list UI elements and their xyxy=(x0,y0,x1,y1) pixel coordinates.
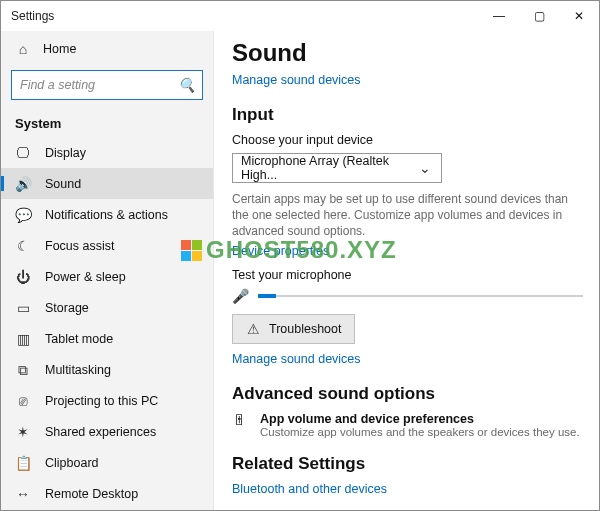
display-icon: 🖵 xyxy=(15,145,31,161)
adv-item-sub: Customize app volumes and the speakers o… xyxy=(260,426,580,438)
page-title: Sound xyxy=(232,39,583,67)
settings-window: Settings — ▢ ✕ ⌂ Home Find a setting 🔍 S… xyxy=(0,0,600,511)
sidebar-home-label: Home xyxy=(43,42,76,56)
sidebar-item-label: Storage xyxy=(45,301,89,315)
sidebar-item-notifications[interactable]: 💬 Notifications & actions xyxy=(1,199,213,230)
focus-assist-icon: ☾ xyxy=(15,238,31,254)
window-controls: — ▢ ✕ xyxy=(479,1,599,31)
troubleshoot-label: Troubleshoot xyxy=(269,322,342,336)
mic-level-meter xyxy=(258,295,583,297)
sidebar-item-label: Sound xyxy=(45,177,81,191)
sidebar-item-storage[interactable]: ▭ Storage xyxy=(1,292,213,323)
warning-icon: ⚠ xyxy=(245,321,261,337)
bluetooth-link[interactable]: Bluetooth and other devices xyxy=(232,482,387,496)
sidebar-item-label: Clipboard xyxy=(45,456,99,470)
sidebar-item-sound[interactable]: 🔊 Sound xyxy=(1,168,213,199)
titlebar: Settings — ▢ ✕ xyxy=(1,1,599,31)
advanced-header: Advanced sound options xyxy=(232,384,583,404)
tablet-icon: ▥ xyxy=(15,331,31,347)
shared-icon: ✶ xyxy=(15,424,31,440)
sidebar-item-projecting[interactable]: ⎚ Projecting to this PC xyxy=(1,386,213,417)
input-header: Input xyxy=(232,105,583,125)
sound-icon: 🔊 xyxy=(15,176,31,192)
sidebar-section-header: System xyxy=(1,110,213,137)
input-device-select[interactable]: Microphone Array (Realtek High... ⌄ xyxy=(232,153,442,183)
search-icon: 🔍 xyxy=(178,77,194,93)
sidebar-item-label: Tablet mode xyxy=(45,332,113,346)
sidebar-item-shared-experiences[interactable]: ✶ Shared experiences xyxy=(1,417,213,448)
adv-item-title: App volume and device preferences xyxy=(260,412,580,426)
clipboard-icon: 📋 xyxy=(15,455,31,471)
sidebar-item-multitasking[interactable]: ⧉ Multitasking xyxy=(1,355,213,386)
close-button[interactable]: ✕ xyxy=(559,1,599,31)
power-icon: ⏻ xyxy=(15,269,31,285)
sidebar-item-display[interactable]: 🖵 Display xyxy=(1,137,213,168)
device-properties-link[interactable]: Device properties xyxy=(232,244,329,258)
sidebar-item-label: Remote Desktop xyxy=(45,487,138,501)
sidebar-item-focus-assist[interactable]: ☾ Focus assist xyxy=(1,230,213,261)
manage-sound-devices-link-bottom[interactable]: Manage sound devices xyxy=(232,352,361,366)
sidebar-item-label: Display xyxy=(45,146,86,160)
sidebar-item-label: Focus assist xyxy=(45,239,114,253)
app-volume-preferences[interactable]: 🎚 App volume and device preferences Cust… xyxy=(232,412,583,438)
projecting-icon: ⎚ xyxy=(15,393,31,409)
sidebar-item-label: Notifications & actions xyxy=(45,208,168,222)
sidebar: ⌂ Home Find a setting 🔍 System 🖵 Display… xyxy=(1,31,214,510)
manage-sound-devices-link-top[interactable]: Manage sound devices xyxy=(232,73,361,87)
search-input[interactable]: Find a setting 🔍 xyxy=(11,70,203,100)
sidebar-item-label: Shared experiences xyxy=(45,425,156,439)
window-title: Settings xyxy=(11,9,54,23)
sidebar-item-label: Projecting to this PC xyxy=(45,394,158,408)
minimize-button[interactable]: — xyxy=(479,1,519,31)
remote-desktop-icon: ↔ xyxy=(15,486,31,502)
sidebar-item-label: Power & sleep xyxy=(45,270,126,284)
window-body: ⌂ Home Find a setting 🔍 System 🖵 Display… xyxy=(1,31,599,510)
sliders-icon: 🎚 xyxy=(232,412,248,428)
search-wrap: Find a setting 🔍 xyxy=(1,64,213,110)
notifications-icon: 💬 xyxy=(15,207,31,223)
storage-icon: ▭ xyxy=(15,300,31,316)
maximize-button[interactable]: ▢ xyxy=(519,1,559,31)
microphone-icon: 🎤 xyxy=(232,288,248,304)
sidebar-item-tablet-mode[interactable]: ▥ Tablet mode xyxy=(1,324,213,355)
input-device-value: Microphone Array (Realtek High... xyxy=(241,154,418,182)
multitasking-icon: ⧉ xyxy=(15,362,31,378)
search-placeholder: Find a setting xyxy=(20,78,95,92)
sidebar-item-power-sleep[interactable]: ⏻ Power & sleep xyxy=(1,261,213,292)
sidebar-item-remote-desktop[interactable]: ↔ Remote Desktop xyxy=(1,479,213,510)
home-icon: ⌂ xyxy=(15,41,31,57)
choose-input-label: Choose your input device xyxy=(232,133,583,147)
input-note: Certain apps may be set up to use differ… xyxy=(232,191,583,240)
test-mic-label: Test your microphone xyxy=(232,268,583,282)
troubleshoot-button[interactable]: ⚠ Troubleshoot xyxy=(232,314,355,344)
sidebar-home[interactable]: ⌂ Home xyxy=(1,33,213,64)
sidebar-item-clipboard[interactable]: 📋 Clipboard xyxy=(1,448,213,479)
chevron-down-icon: ⌄ xyxy=(418,160,433,176)
sidebar-item-label: Multitasking xyxy=(45,363,111,377)
mic-test-row: 🎤 xyxy=(232,288,583,304)
related-header: Related Settings xyxy=(232,454,583,474)
content-area: Sound Manage sound devices Input Choose … xyxy=(214,31,599,510)
